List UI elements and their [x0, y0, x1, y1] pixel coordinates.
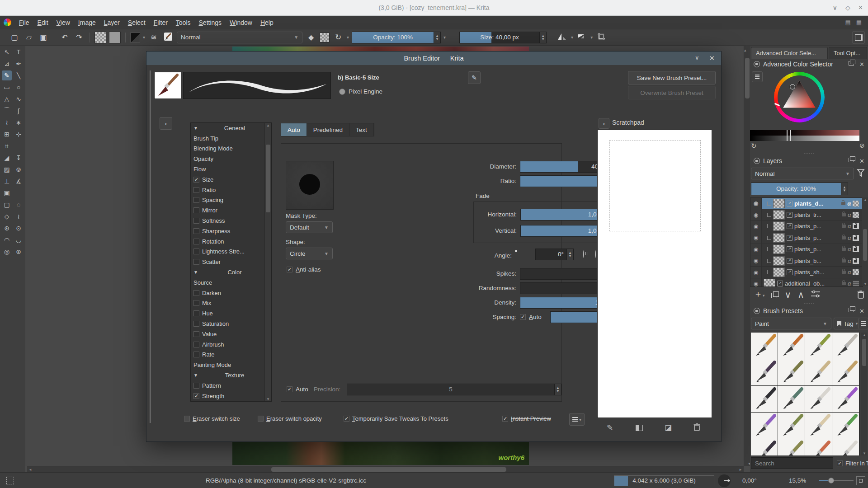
brush-preset-thumbnail[interactable] [832, 333, 859, 359]
eraser-switch-size-checkbox[interactable] [184, 416, 190, 422]
brush-option-texture[interactable]: ▼Texture [191, 370, 271, 380]
vertical-scrollbar[interactable]: ▴ ▾ [744, 46, 750, 466]
tool-icon[interactable]: ⌗ [2, 141, 12, 151]
panel-toggle-icon[interactable]: ▦ [856, 19, 862, 26]
brush-option-opacity[interactable]: Opacity [191, 154, 271, 164]
precision-auto-checkbox[interactable]: ✓ [287, 386, 292, 392]
selection-mode-icon[interactable] [6, 477, 14, 484]
layers-lock-icon[interactable] [754, 158, 760, 164]
tool-icon[interactable]: ◇ [2, 211, 12, 221]
layer-thumbnail[interactable] [773, 244, 785, 254]
tool-icon[interactable]: ≀ [2, 117, 12, 127]
scratchpad-fill-gradient-icon[interactable] [636, 425, 643, 431]
layer-name[interactable]: plants_p... [794, 223, 840, 230]
memory-usage[interactable]: 4.042 x 6.000 (3,0 GiB) [614, 475, 714, 486]
edit-brush-settings-icon[interactable] [162, 32, 174, 43]
save-icon[interactable]: ▣ [38, 33, 49, 42]
mirror-vertical-icon[interactable] [576, 33, 588, 42]
color-caret-icon[interactable]: ▾ [143, 35, 145, 40]
section-collapse-icon[interactable]: ▼ [193, 270, 198, 275]
acs-settings-icon[interactable] [752, 71, 763, 82]
scratchpad-collapse-button[interactable]: ‹ [599, 118, 609, 129]
layer-styles-icon[interactable]: ↗ [787, 201, 793, 206]
layer-styles-icon[interactable]: ↗ [787, 269, 793, 275]
scroll-right-icon[interactable]: ▸ [737, 467, 744, 472]
shape-select[interactable]: Circle ▼ [286, 248, 333, 259]
zoom-knob[interactable] [828, 478, 834, 483]
pattern-chooser-icon[interactable] [109, 32, 121, 43]
option-checkbox[interactable] [193, 218, 199, 224]
brush-option-airbrush[interactable]: Airbrush [191, 339, 271, 350]
option-checkbox[interactable] [193, 259, 199, 265]
preset-filter-select[interactable]: Paint ▼ [751, 318, 831, 329]
brush-preset-thumbnail[interactable] [832, 439, 859, 455]
brush-option-color[interactable]: ▼Color [191, 267, 271, 277]
layer-blending-select[interactable]: Normal ▼ [751, 168, 854, 179]
option-checkbox[interactable] [193, 310, 199, 316]
edit-preset-name-button[interactable]: ✎ [468, 71, 481, 84]
brush-preset-thumbnail[interactable] [832, 386, 859, 412]
layer-thumbnail[interactable] [773, 221, 785, 231]
tool-icon[interactable]: ∗ [14, 117, 24, 127]
duplicate-layer-button[interactable] [771, 291, 778, 298]
brush-preset-thumbnail[interactable] [778, 413, 805, 439]
layer-lock-icon[interactable] [842, 259, 846, 263]
layer-styles-icon[interactable]: ↗ [787, 235, 793, 241]
eraser-switch-opacity-checkbox[interactable] [258, 416, 264, 422]
angle-spinbox[interactable]: 0° [535, 249, 567, 260]
brush-option-value[interactable]: Value [191, 329, 271, 339]
brush-preset-thumbnail[interactable] [778, 439, 805, 455]
tool-icon[interactable]: ⊿ [2, 59, 12, 69]
brush-preset-thumbnail[interactable] [778, 359, 805, 385]
brush-preset-thumbnail[interactable] [751, 386, 778, 412]
option-checkbox[interactable] [193, 352, 199, 357]
layer-thumbnail[interactable] [773, 199, 785, 208]
zoom-level-label[interactable]: 15,5% [789, 477, 806, 484]
mirror-v-caret-icon[interactable]: ▾ [590, 35, 593, 40]
tab-auto[interactable]: Auto [281, 123, 307, 136]
opacity-slider[interactable]: Opacity: 100% [352, 32, 434, 43]
option-checkbox[interactable] [193, 321, 199, 327]
layer-alpha-icon[interactable]: α [848, 269, 851, 276]
brush-option-rate[interactable]: Rate [191, 350, 271, 360]
tool-icon[interactable]: ⊞ [2, 129, 12, 139]
brush-option-lightness-stre-[interactable]: Lightness Stre... [191, 247, 271, 257]
brush-preset-thumbnail[interactable] [805, 439, 832, 455]
menu-edit[interactable]: Edit [33, 17, 52, 28]
layer-lock-icon[interactable] [841, 202, 845, 205]
layer-styles-icon[interactable]: ↗ [787, 258, 793, 264]
tool-icon[interactable]: ✎ [2, 70, 12, 80]
workspace-chooser-icon[interactable] [853, 32, 864, 43]
brush-option-blending-mode[interactable]: Blending Mode [191, 144, 271, 154]
tool-icon[interactable]: ◢ [2, 153, 12, 163]
tool-icon[interactable]: ∿ [14, 94, 24, 104]
brush-option-darken[interactable]: Darken [191, 288, 271, 298]
option-checkbox[interactable] [193, 300, 199, 306]
layer-opacity-spinner[interactable]: ▲▼ [841, 183, 848, 195]
scroll-left-icon[interactable]: ◂ [27, 467, 33, 472]
brush-preset-thumbnail[interactable] [805, 413, 832, 439]
menu-layer[interactable]: Layer [100, 17, 124, 28]
brush-preset-thumbnail[interactable] [805, 333, 832, 359]
layer-alpha-icon[interactable]: α [848, 246, 851, 253]
layer-alpha-icon[interactable]: α [847, 200, 851, 207]
tab-text[interactable]: Text [349, 123, 374, 136]
layer-lock-icon[interactable] [842, 236, 846, 239]
presets-scrollbar[interactable]: ▴ ▾ [861, 333, 867, 455]
layer-row[interactable]: ◉↗plants_p...α [750, 221, 863, 232]
redo-icon[interactable]: ↷ [73, 33, 85, 42]
canvas-rotation-dial[interactable] [718, 474, 731, 487]
option-checkbox[interactable] [193, 383, 199, 389]
layer-row[interactable]: ◉↗plants_p...α [750, 232, 863, 244]
float-presets-icon[interactable] [849, 308, 854, 312]
brush-option-sharpness[interactable]: Sharpness [191, 226, 271, 236]
opacity-spinner[interactable]: ▲▼ [434, 32, 441, 43]
toolbar-grip[interactable] [4, 32, 6, 43]
layer-name[interactable]: plants_b... [794, 258, 840, 264]
close-presets-icon[interactable]: ✕ [859, 308, 864, 314]
menu-image[interactable]: Image [74, 17, 100, 28]
move-layer-up-button[interactable]: ∧ [797, 290, 804, 299]
layer-name[interactable]: plants_sh... [794, 269, 840, 276]
layer-styles-icon[interactable]: ↗ [787, 223, 793, 229]
layer-alpha-icon[interactable]: α [848, 235, 851, 241]
